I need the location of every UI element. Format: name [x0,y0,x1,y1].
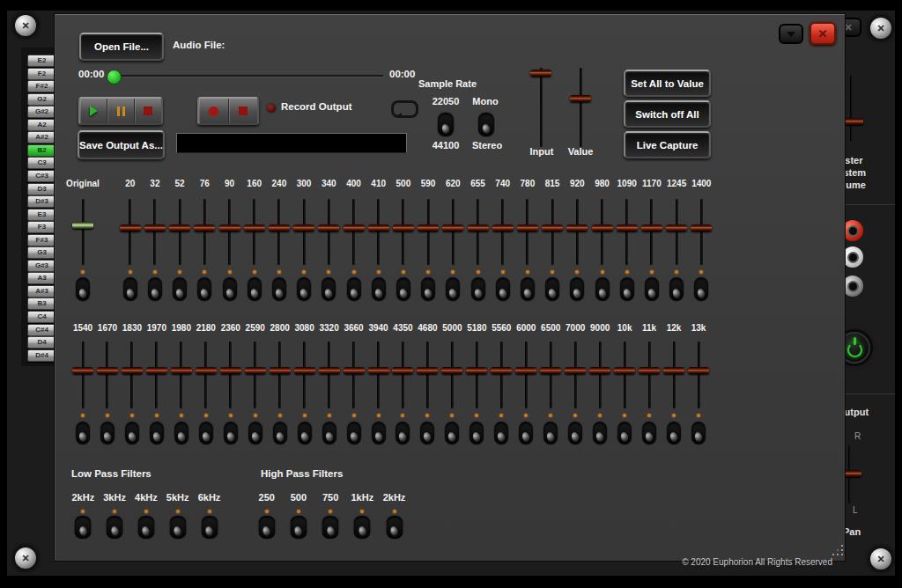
eq-slider-thumb[interactable] [146,367,167,374]
note-button-gs2[interactable]: G#2 [27,106,56,118]
note-button-cs4[interactable]: C#4 [27,324,56,336]
note-button-ds3[interactable]: D#3 [27,195,56,208]
eq-slider-track[interactable] [204,342,207,408]
eq-toggle[interactable] [444,421,460,445]
eq-slider-thumb[interactable] [441,367,462,374]
eq-slider-thumb[interactable] [565,367,586,374]
eq-toggle[interactable] [346,421,362,445]
eq-slider-track[interactable] [278,342,281,408]
eq-toggle[interactable] [223,421,239,445]
eq-slider-track[interactable] [328,342,330,408]
audio-jack-icon[interactable] [842,276,863,297]
eq-slider-track[interactable] [624,342,626,408]
eq-slider-thumb[interactable] [319,367,340,374]
eq-slider-thumb[interactable] [392,367,413,374]
note-button-c3[interactable]: C3 [27,157,56,169]
eq-toggle[interactable] [641,421,657,445]
eq-slider-track[interactable] [352,342,355,408]
eq-toggle[interactable] [174,421,189,445]
note-button-as3[interactable]: A#3 [27,285,56,298]
eq-slider-track[interactable] [673,342,676,408]
filter-toggle[interactable] [257,515,276,540]
note-button-g2[interactable]: G2 [27,93,56,106]
note-button-as2[interactable]: A#2 [27,131,56,143]
eq-slider-track[interactable] [599,342,602,408]
eq-slider-thumb[interactable] [245,367,266,374]
eq-slider-thumb[interactable] [491,367,512,374]
filter-toggle[interactable] [385,515,403,540]
eq-slider-thumb[interactable] [72,367,93,374]
eq-toggle[interactable] [419,421,435,445]
eq-slider-track[interactable] [426,342,429,408]
filter-toggle[interactable] [353,515,372,540]
note-button-ds4[interactable]: D#4 [27,349,56,362]
master-volume-track[interactable] [850,76,853,141]
note-button-f3[interactable]: F3 [27,221,56,233]
eq-slider-track[interactable] [180,342,182,408]
filter-toggle[interactable] [200,515,218,540]
eq-toggle[interactable] [248,421,263,445]
eq-slider-track[interactable] [698,342,700,408]
note-button-b3[interactable]: B3 [27,298,56,310]
note-button-c4[interactable]: C4 [27,311,56,323]
eq-toggle[interactable] [149,421,165,445]
filter-toggle[interactable] [74,515,92,540]
eq-slider-track[interactable] [130,342,133,408]
note-button-cs3[interactable]: C#3 [27,170,56,182]
eq-slider-track[interactable] [574,342,577,408]
eq-slider-thumb[interactable] [270,367,291,374]
note-button-gs3[interactable]: G#3 [27,260,56,272]
eq-slider-thumb[interactable] [368,367,389,374]
close-button[interactable]: ✕ [810,22,836,45]
eq-slider-thumb[interactable] [614,367,635,374]
eq-toggle[interactable] [371,421,387,445]
eq-toggle[interactable] [666,421,682,445]
eq-slider-thumb[interactable] [196,367,217,374]
eq-slider-track[interactable] [525,342,528,408]
note-button-fs2[interactable]: F#2 [27,80,56,92]
eq-toggle[interactable] [493,421,509,445]
eq-toggle[interactable] [124,421,140,445]
eq-slider-thumb[interactable] [540,367,561,374]
eq-toggle[interactable] [567,421,583,445]
eq-toggle[interactable] [543,421,558,445]
note-button-a3[interactable]: A3 [27,272,56,284]
eq-toggle[interactable] [198,421,214,445]
eq-slider-thumb[interactable] [466,367,487,374]
eq-toggle[interactable] [691,421,706,445]
eq-slider-track[interactable] [106,342,108,408]
eq-slider-track[interactable] [254,342,256,408]
eq-slider-track[interactable] [500,342,503,408]
eq-slider-track[interactable] [476,342,478,408]
eq-toggle[interactable] [100,421,115,445]
eq-toggle[interactable] [297,421,313,445]
rca-jack-white-icon[interactable] [842,246,863,268]
eq-slider-track[interactable] [550,342,552,408]
eq-slider-track[interactable] [155,342,158,408]
eq-slider-track[interactable] [82,342,85,408]
eq-slider-track[interactable] [648,342,651,408]
eq-slider-thumb[interactable] [515,367,536,374]
minimize-button[interactable] [779,24,803,44]
rca-jack-red-icon[interactable] [842,220,863,241]
eq-slider-thumb[interactable] [294,367,315,374]
note-button-a2[interactable]: A2 [27,119,56,131]
eq-slider-thumb[interactable] [122,367,143,374]
note-button-fs3[interactable]: F#3 [27,234,56,246]
note-button-g3[interactable]: G3 [27,246,56,259]
note-button-d4[interactable]: D4 [27,336,56,349]
eq-toggle[interactable] [272,421,288,445]
eq-slider-thumb[interactable] [97,367,118,374]
eq-slider-thumb[interactable] [663,367,684,374]
resize-grip[interactable] [832,554,834,555]
eq-toggle[interactable] [617,421,632,445]
eq-slider-thumb[interactable] [344,367,365,374]
eq-slider-track[interactable] [402,342,404,408]
eq-slider-thumb[interactable] [171,367,192,374]
filter-toggle[interactable] [137,515,155,540]
eq-slider-track[interactable] [229,342,232,408]
filter-toggle[interactable] [168,515,187,540]
note-button-f2[interactable]: F2 [27,68,56,80]
eq-slider-thumb[interactable] [417,367,438,374]
eq-toggle[interactable] [395,421,410,445]
